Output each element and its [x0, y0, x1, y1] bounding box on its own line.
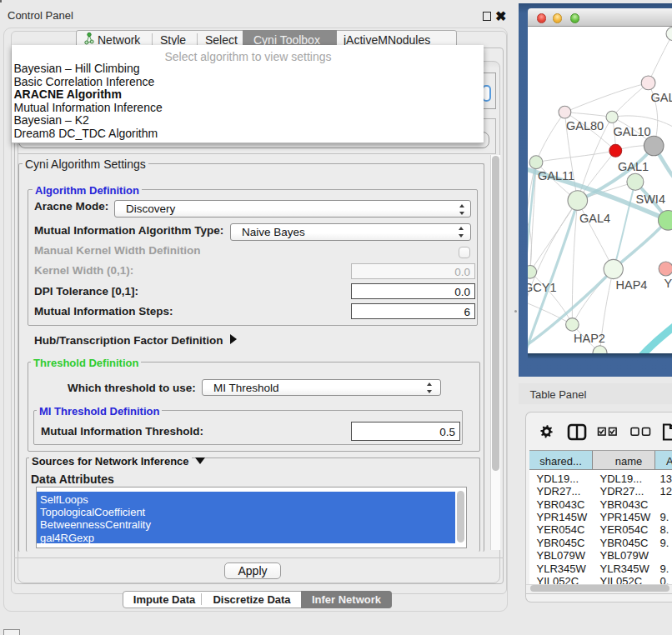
svg-text:GCY1: GCY1	[528, 281, 557, 294]
svg-text:GAL4: GAL4	[579, 211, 610, 224]
svg-text:GAL: GAL	[651, 91, 672, 104]
svg-text:HAP2: HAP2	[574, 332, 605, 345]
svg-text:Y: Y	[664, 277, 672, 290]
svg-text:SWI4: SWI4	[636, 192, 665, 205]
svg-text:GAL80: GAL80	[566, 118, 604, 132]
svg-text:GAL1: GAL1	[618, 159, 649, 172]
svg-text:GAL10: GAL10	[614, 125, 651, 138]
svg-text:GAL11: GAL11	[538, 168, 574, 182]
svg-text:HAP4: HAP4	[616, 278, 648, 292]
